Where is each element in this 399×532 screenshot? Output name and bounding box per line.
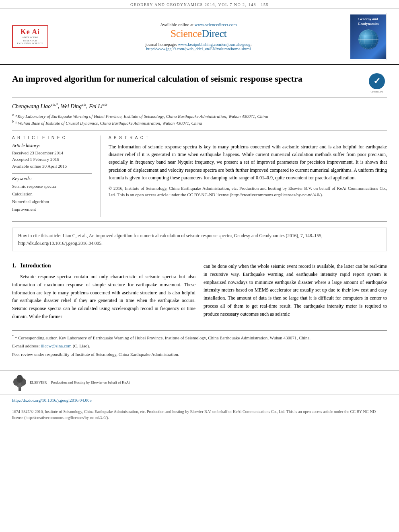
body-col-left: 1. Introduction Seismic response spectra… bbox=[12, 263, 195, 324]
keai-subtitle: ADVANCING RESEARCHEVOLVING SCIENCE bbox=[15, 36, 45, 45]
intro-para1: Seismic response spectra contain not onl… bbox=[12, 273, 195, 321]
abstract-copyright: © 2016, Institute of Seismology, China E… bbox=[109, 185, 387, 198]
bottom-copyright: 1674-9847/© 2016, Institute of Seismolog… bbox=[12, 409, 387, 421]
body-col-right: can be done only when the whole seismic … bbox=[204, 263, 387, 324]
affiliation-a: a ᵃ Key Laboratory of Earthquake Warning… bbox=[12, 113, 387, 119]
abstract-text: The information of seismic response spec… bbox=[109, 143, 387, 182]
article-history: Article history: Received 23 December 20… bbox=[12, 143, 92, 170]
abstract-label: A B S T R A C T bbox=[109, 136, 387, 140]
footnotes-section: * * Corresponding author. Key Laboratory… bbox=[12, 331, 387, 358]
article-title: An improved algorithm for numerical calc… bbox=[12, 73, 361, 85]
accepted-date: Accepted 1 February 2015 bbox=[12, 156, 92, 163]
journal-info-text: GEODESY AND GEODYNAMICS 2016, VOL 7 NO 2… bbox=[130, 2, 269, 7]
sciencedirect-url-link[interactable]: www.sciencedirect.com bbox=[195, 22, 237, 27]
keai-logo: Ke Ai ADVANCING RESEARCHEVOLVING SCIENCE bbox=[12, 25, 48, 48]
elsevier-brand-text: ELSEVIER bbox=[30, 380, 47, 384]
journal-cover: Geodesy and Geodynamics bbox=[349, 13, 387, 60]
header-center: Available online at www.sciencedirect.co… bbox=[52, 22, 345, 51]
email-note: E-mail address: lllccw@sina.com (C. Liao… bbox=[12, 343, 387, 350]
available-text: Available online at www.sciencedirect.co… bbox=[52, 22, 345, 27]
article-title-section: An improved algorithm for numerical calc… bbox=[12, 65, 387, 98]
article-info-label: A R T I C L E I N F O bbox=[12, 136, 92, 140]
top-bar: GEODESY AND GEODYNAMICS 2016, VOL 7 NO 2… bbox=[0, 0, 399, 9]
crossmark-icon: ✓ bbox=[369, 73, 385, 89]
body-two-col: 1. Introduction Seismic response spectra… bbox=[12, 263, 387, 324]
keywords-section: Keywords: Seismic response spectra Calcu… bbox=[12, 176, 92, 213]
keywords-label: Keywords: bbox=[12, 176, 92, 181]
affiliation-b: b ᵇ Wuhan Base of Institute of Crustal D… bbox=[12, 120, 387, 126]
citation-box: How to cite this article: Liao C, et al.… bbox=[12, 228, 387, 251]
intro-para2: can be done only when the whole seismic … bbox=[204, 263, 387, 318]
available-online-date: Available online 30 April 2016 bbox=[12, 163, 92, 170]
keyword-1: Seismic response spectra bbox=[12, 183, 92, 190]
section-title: Introduction bbox=[21, 263, 51, 269]
email-link[interactable]: lllccw@sina.com bbox=[41, 343, 71, 348]
crossmark-badge[interactable]: ✓ CrossMark bbox=[367, 73, 387, 93]
elsevier-tree-icon bbox=[12, 374, 27, 391]
section-number: 1. bbox=[12, 263, 16, 269]
article-info-col: A R T I C L E I N F O Article history: R… bbox=[12, 136, 101, 217]
journal-header: Ke Ai ADVANCING RESEARCHEVOLVING SCIENCE… bbox=[0, 9, 399, 65]
history-label: Article history: bbox=[12, 143, 92, 148]
svg-point-2 bbox=[360, 30, 376, 49]
elsevier-hosting-text: Production and Hosting by Elsevier on be… bbox=[51, 380, 130, 384]
keywords-list: Seismic response spectra Calculation Num… bbox=[12, 183, 92, 213]
svg-point-1 bbox=[364, 30, 372, 49]
journal-cover-globe bbox=[358, 29, 378, 49]
citation-text: How to cite this article: Liao C, et al.… bbox=[18, 233, 323, 245]
body-section: 1. Introduction Seismic response spectra… bbox=[12, 257, 387, 324]
svg-point-10 bbox=[16, 375, 23, 383]
journal-homepage: journal homepage: www.keaipublishing.com… bbox=[52, 42, 345, 51]
peer-review-note: Peer review under responsibility of Inst… bbox=[12, 351, 387, 358]
keai-logo-text: Ke Ai bbox=[15, 28, 45, 36]
doi-link[interactable]: http://dx.doi.org/10.1016/j.geog.2016.04… bbox=[12, 398, 92, 403]
svg-point-0 bbox=[359, 30, 378, 49]
abstract-col: A B S T R A C T The information of seism… bbox=[101, 136, 387, 217]
journal-url1-link[interactable]: www.keaipublishing.com/en/journals/geog bbox=[178, 42, 251, 47]
journal-cover-title: Geodesy and Geodynamics bbox=[358, 17, 378, 26]
received-date: Received 23 December 2014 bbox=[12, 150, 92, 156]
keyword-4: Improvement bbox=[12, 205, 92, 213]
elsevier-logo-box: ELSEVIER bbox=[12, 374, 47, 391]
journal-url2-link[interactable]: http://www.jgg09.com/jweb_ddcl_en/EN/vol… bbox=[146, 47, 251, 51]
article-info-abstract-section: A R T I C L E I N F O Article history: R… bbox=[12, 131, 387, 222]
article-body: An improved algorithm for numerical calc… bbox=[0, 65, 399, 367]
email-label: E-mail address: bbox=[12, 343, 40, 348]
sciencedirect-logo: ScienceDirect bbox=[52, 28, 345, 40]
page-footer-bar: http://dx.doi.org/10.1016/j.geog.2016.04… bbox=[0, 394, 399, 423]
elsevier-footer: ELSEVIER Production and Hosting by Elsev… bbox=[0, 370, 399, 394]
crossmark-label: CrossMark bbox=[367, 90, 387, 93]
corresponding-author-note: * * Corresponding author. Key Laboratory… bbox=[12, 334, 387, 341]
authors-line: Chengwang Liaoa,b,*, Wei Dinga,b, Fei Li… bbox=[12, 103, 387, 110]
intro-heading: 1. Introduction bbox=[12, 263, 195, 269]
keyword-2: Calculation bbox=[12, 190, 92, 198]
keyword-3: Numerical algorithm bbox=[12, 198, 92, 205]
authors-section: Chengwang Liaoa,b,*, Wei Dinga,b, Fei Li… bbox=[12, 98, 387, 131]
